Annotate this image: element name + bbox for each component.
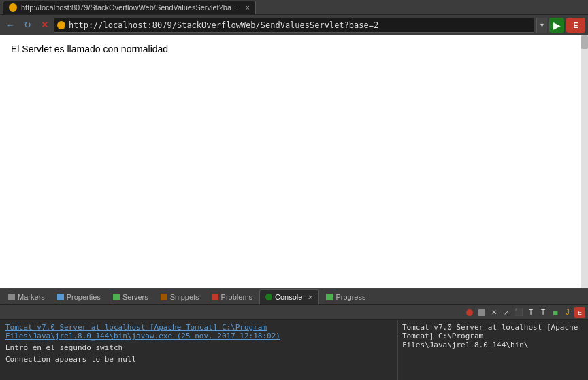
tab-properties[interactable]: Properties (52, 289, 106, 304)
stop-button[interactable]: ✕ (37, 18, 52, 33)
panel-toolbar: ✕ ↗ ⬛ T T ◼ J E (0, 305, 588, 320)
page-text: El Servlet es llamado con normalidad (11, 44, 577, 54)
panel-tabs: Markers Properties Servers Snippets Prob… (0, 289, 588, 305)
eclipse-button[interactable]: E (566, 18, 585, 33)
console-right: Tomcat v7.0 Server at localhost [Apache … (397, 320, 588, 380)
servers-icon (113, 294, 120, 300)
problems-icon (212, 294, 218, 300)
tab-snippets-label: Snippets (170, 293, 199, 301)
go-button[interactable]: ▶ (549, 18, 564, 33)
scrollbar-thumb[interactable] (581, 35, 588, 49)
console-status-text: Tomcat v7.0 Server at localhost [Apache … (402, 323, 584, 349)
console-left: Tomcat v7.0 Server at localhost [Apache … (0, 320, 397, 380)
tab-console-label: Console (275, 293, 302, 301)
tab-console-close[interactable]: ✕ (308, 294, 313, 301)
close-panel-button[interactable]: ✕ (489, 307, 500, 318)
stop-console-button[interactable] (464, 307, 475, 318)
tab-properties-label: Properties (67, 293, 101, 301)
address-dropdown-button[interactable]: ▾ (536, 18, 547, 33)
back-button[interactable]: ← (3, 18, 18, 33)
console-icon (265, 294, 272, 300)
markers-icon (8, 294, 15, 300)
tab-markers-label: Markers (18, 293, 45, 301)
tab-close-button[interactable]: × (246, 4, 250, 12)
refresh-button[interactable]: ↻ (20, 18, 35, 33)
console-line-2: Connection appears to be null (5, 354, 392, 366)
tab-problems[interactable]: Problems (206, 289, 258, 304)
tab-progress-label: Progress (336, 293, 365, 301)
tab-title: http://localhost:8079/StackOverflowWeb/S… (21, 3, 239, 12)
address-input[interactable] (69, 20, 531, 30)
progress-icon (326, 294, 333, 300)
tab-console[interactable]: Console ✕ (259, 289, 319, 304)
scrollbar-track[interactable] (581, 35, 588, 288)
properties-icon (57, 294, 64, 300)
tab-snippets[interactable]: Snippets (155, 289, 205, 304)
navigation-bar: ← ↻ ✕ ▾ ▶ E (0, 15, 588, 35)
tool2-button[interactable]: T (525, 307, 536, 318)
snippets-icon (161, 294, 167, 300)
tool3-button[interactable]: T (538, 307, 549, 318)
tab-bar: http://localhost:8079/StackOverflowWeb/S… (0, 0, 588, 15)
tab-servers-label: Servers (122, 293, 148, 301)
maximize-panel-button[interactable]: ↗ (501, 307, 512, 318)
tool5-button[interactable]: J (562, 307, 573, 318)
tab-problems-label: Problems (221, 293, 252, 301)
console-link[interactable]: Tomcat v7.0 Server at localhost [Apache … (5, 323, 392, 341)
tab-favicon (9, 3, 17, 12)
address-bar (54, 18, 534, 33)
browser-content: El Servlet es llamado con normalidad (0, 35, 588, 288)
tab-markers[interactable]: Markers (3, 289, 50, 304)
tab-progress[interactable]: Progress (321, 289, 371, 304)
console-line-1: Entró en el segundo switch (5, 343, 392, 354)
tab-servers[interactable]: Servers (108, 289, 154, 304)
tool1-button[interactable]: ⬛ (513, 307, 524, 318)
clear-console-button[interactable] (476, 307, 487, 318)
tool4-button[interactable]: ◼ (550, 307, 561, 318)
bottom-panel: Markers Properties Servers Snippets Prob… (0, 288, 588, 380)
browser-tab[interactable]: http://localhost:8079/StackOverflowWeb/S… (3, 1, 256, 14)
address-favicon (57, 21, 65, 29)
console-area: Tomcat v7.0 Server at localhost [Apache … (0, 320, 588, 380)
tool6-button[interactable]: E (574, 307, 585, 318)
